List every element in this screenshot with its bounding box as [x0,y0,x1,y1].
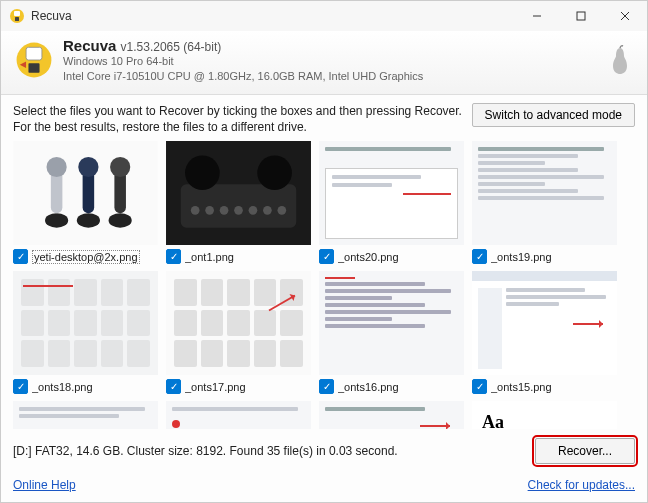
file-checkbox[interactable]: ✓ [319,379,334,394]
file-item[interactable]: ✓_onts17.png [166,271,311,397]
file-item[interactable]: ✓_onts15.png [472,271,617,397]
svg-rect-4 [577,12,585,20]
status-row: [D:] FAT32, 14.6 GB. Cluster size: 8192.… [1,429,647,472]
results-area: ✓yeti-desktop@2x.png ✓_ont1.png ✓_onts20… [1,141,647,429]
thumbnail [472,271,617,375]
svg-point-26 [220,206,229,215]
file-name: _ont1.png [185,251,234,263]
recover-button[interactable]: Recover... [535,438,635,464]
file-name: _onts15.png [491,381,552,393]
file-item[interactable]: ✓_onts16.png [319,271,464,397]
thumbnail [13,271,158,375]
svg-point-28 [249,206,258,215]
thumbnail [166,141,311,245]
footer: Online Help Check for updates... [1,472,647,502]
file-item[interactable]: ✓yeti-desktop@2x.png [13,141,158,267]
app-window: Recuva Recuva v1.53.2065 (64-bit) Window… [0,0,648,503]
svg-point-14 [77,213,100,227]
thumbnail [319,271,464,375]
thumbnail [319,141,464,245]
file-item[interactable]: ✓_onts18.png [13,271,158,397]
file-item[interactable] [166,401,311,429]
file-name: _onts18.png [32,381,93,393]
close-icon [620,11,630,21]
file-checkbox[interactable]: ✓ [319,249,334,264]
os-info: Windows 10 Pro 64-bit [63,54,423,69]
svg-rect-9 [28,64,39,74]
titlebar: Recuva [1,1,647,31]
svg-rect-8 [26,48,42,61]
file-item[interactable] [13,401,158,429]
check-updates-link[interactable]: Check for updates... [528,478,635,492]
thumbnail [13,141,158,245]
minimize-button[interactable] [515,1,559,31]
svg-rect-1 [14,11,20,16]
svg-point-27 [234,206,243,215]
file-checkbox[interactable]: ✓ [472,249,487,264]
instruction-text: Select the files you want to Recover by … [13,103,464,135]
online-help-link[interactable]: Online Help [13,478,76,492]
svg-point-24 [191,206,200,215]
file-checkbox[interactable]: ✓ [13,249,28,264]
thumbnail [166,271,311,375]
thumbnail [13,401,158,429]
results-grid[interactable]: ✓yeti-desktop@2x.png ✓_ont1.png ✓_onts20… [13,141,641,429]
file-checkbox[interactable]: ✓ [13,379,28,394]
piriform-logo-icon [607,44,633,76]
thumbnail: Aa [472,401,617,429]
header-text: Recuva v1.53.2065 (64-bit) Windows 10 Pr… [63,37,423,84]
svg-point-11 [45,213,68,227]
svg-point-13 [47,157,67,177]
instruction-row: Select the files you want to Recover by … [1,95,647,141]
file-item[interactable]: Aa [472,401,617,429]
thumbnail [319,401,464,429]
file-item[interactable]: ✓_onts19.png [472,141,617,267]
file-checkbox[interactable]: ✓ [166,249,181,264]
svg-rect-2 [15,17,19,21]
window-controls [515,1,647,31]
file-name: _onts16.png [338,381,399,393]
svg-point-16 [78,157,98,177]
file-name: _onts20.png [338,251,399,263]
minimize-icon [532,11,542,21]
svg-point-29 [263,206,272,215]
file-name: _onts19.png [491,251,552,263]
svg-point-19 [110,157,130,177]
svg-point-22 [185,156,220,191]
switch-advanced-button[interactable]: Switch to advanced mode [472,103,635,127]
file-item[interactable] [319,401,464,429]
svg-point-23 [257,156,292,191]
svg-point-30 [278,206,287,215]
app-icon [9,8,25,24]
maximize-button[interactable] [559,1,603,31]
hardware-info: Intel Core i7-10510U CPU @ 1.80GHz, 16.0… [63,69,423,84]
file-item[interactable]: ✓_onts20.png [319,141,464,267]
svg-point-17 [109,213,132,227]
close-button[interactable] [603,1,647,31]
file-checkbox[interactable]: ✓ [166,379,181,394]
thumbnail [472,141,617,245]
file-name: yeti-desktop@2x.png [32,250,140,264]
status-text: [D:] FAT32, 14.6 GB. Cluster size: 8192.… [13,444,535,458]
file-name: _onts17.png [185,381,246,393]
recuva-logo-icon [15,41,53,79]
window-title: Recuva [31,9,515,23]
header: Recuva v1.53.2065 (64-bit) Windows 10 Pr… [1,31,647,95]
thumbnail [166,401,311,429]
maximize-icon [576,11,586,21]
file-item[interactable]: ✓_ont1.png [166,141,311,267]
app-name: Recuva v1.53.2065 (64-bit) [63,37,423,54]
svg-point-25 [205,206,214,215]
file-checkbox[interactable]: ✓ [472,379,487,394]
